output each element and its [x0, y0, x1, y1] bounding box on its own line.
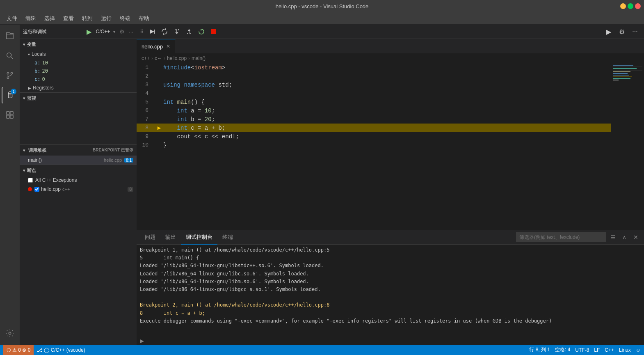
breadcrumb-c-arrow[interactable]: c← — [155, 55, 162, 61]
status-position[interactable]: 行 8, 列 1 — [529, 346, 550, 353]
more-btn-right[interactable]: ··· — [629, 26, 641, 37]
menu-terminal[interactable]: 终端 — [116, 13, 134, 24]
callstack-header[interactable]: ▾ 调用堆栈 breakpoint 已暂停 — [20, 145, 137, 156]
svg-rect-13 — [154, 30, 155, 34]
config-dropdown-icon[interactable]: ▾ — [113, 30, 115, 34]
minimize-button[interactable] — [620, 3, 626, 9]
svg-rect-9 — [10, 112, 13, 115]
panel-tab-output[interactable]: 输出 — [160, 230, 181, 245]
step-out-button[interactable] — [183, 26, 195, 37]
registers-header[interactable]: ▶ Registers — [20, 83, 137, 92]
bp-exceptions-checkbox[interactable] — [28, 178, 33, 183]
run-debug-label: 运行和调试 — [23, 29, 84, 35]
panel-filter-input[interactable] — [516, 232, 606, 242]
continue-button[interactable] — [146, 26, 158, 37]
watch-section-header[interactable]: ▾ 监视 — [20, 93, 137, 103]
debug-config-name: C/C++ — [96, 29, 110, 34]
menu-select[interactable]: 选择 — [41, 13, 58, 24]
status-debug-section[interactable]: ⬡ ⚠ 0 ⊗ 0 — [3, 345, 34, 355]
status-line-ending[interactable]: LF — [594, 347, 600, 353]
panel-list-icon[interactable]: ☰ — [608, 232, 618, 242]
breadcrumb-main[interactable]: main() — [192, 55, 206, 61]
debug-more-icon[interactable]: ··· — [129, 29, 133, 35]
menu-help[interactable]: 帮助 — [135, 13, 153, 24]
activity-extensions[interactable] — [2, 107, 18, 123]
activity-search[interactable] — [2, 48, 18, 64]
stop-button[interactable] — [208, 26, 219, 37]
callstack-frame-main[interactable]: main() hello.cpp 8:1 — [20, 156, 137, 165]
menu-file[interactable]: 文件 — [3, 13, 21, 24]
breadcrumb-cpp[interactable]: c++ — [142, 55, 150, 61]
status-bar: ⬡ ⚠ 0 ⊗ 0 ⎇ ◯ C/C++ (vscode) 行 8, 列 1 空格… — [0, 345, 644, 355]
menu-view[interactable]: 查看 — [60, 13, 77, 24]
code-line-6: 6 int a = 10; — [137, 106, 611, 115]
activity-debug[interactable]: 1 — [2, 87, 18, 103]
variables-panel: ▾ 变量 ▾ Locals a: 10 b: 20 c: 0 ▶ Registe… — [20, 39, 137, 92]
tab-hello-cpp[interactable]: hello.cpp ✕ — [137, 39, 176, 53]
toolbar-right-actions: ▶ ⚙ ··· — [603, 26, 641, 37]
line-ending-label: LF — [594, 347, 600, 353]
watch-label: 监视 — [27, 95, 37, 101]
code-line-7: 7 int b = 20; — [137, 115, 611, 124]
activity-explorer[interactable] — [2, 28, 18, 44]
bp-file-label: hello.cpp — [41, 186, 61, 192]
step-into-button[interactable] — [171, 26, 183, 37]
locals-header[interactable]: ▾ Locals — [20, 50, 137, 59]
breakpoints-section-header[interactable]: ▾ 断点 — [20, 165, 137, 176]
debug-play-icon[interactable]: ▶ — [87, 28, 91, 36]
watch-content — [20, 103, 137, 144]
bottom-panel: 问题 输出 调试控制台 终端 ☰ ∧ ✕ Breakpoint 1, main … — [137, 230, 644, 345]
variables-section-header[interactable]: ▾ 变量 — [20, 39, 137, 50]
editor-content: 1 #include<iostream> 2 3 using namespace… — [137, 63, 644, 230]
breakpoints-panel: ▾ 断点 All C++ Exceptions hello.cpp c++ 8 — [20, 165, 137, 194]
menu-goto[interactable]: 转到 — [79, 13, 96, 24]
tab-close-button[interactable]: ✕ — [166, 44, 170, 49]
console-input[interactable] — [146, 338, 641, 344]
panel-up-icon[interactable]: ∧ — [619, 232, 629, 242]
status-branch[interactable]: ⎇ ◯ C/C++ (vscode) — [37, 347, 85, 353]
settings-btn-right[interactable]: ⚙ — [616, 26, 628, 37]
var-b: b: 20 — [20, 67, 137, 75]
run-btn-right[interactable]: ▶ — [603, 26, 614, 37]
console-line-6: Loaded '/lib/x86_64-linux-gnu/libgcc_s.s… — [140, 286, 641, 293]
spaces-label: 空格: 4 — [555, 346, 570, 353]
svg-rect-8 — [7, 112, 9, 115]
debug-gear-icon[interactable]: ⚙ — [119, 28, 125, 35]
var-a: a: 10 — [20, 59, 137, 67]
menu-edit[interactable]: 编辑 — [22, 13, 39, 24]
code-line-5: 5 int main() { — [137, 98, 611, 106]
panel-close-icon[interactable]: ✕ — [631, 232, 641, 242]
status-left: ⬡ ⚠ 0 ⊗ 0 ⎇ ◯ C/C++ (vscode) — [3, 345, 85, 355]
registers-label: Registers — [33, 85, 54, 91]
tab-filename: hello.cpp — [142, 44, 163, 50]
console-output[interactable]: Breakpoint 1, main () at /home/whale/cod… — [137, 245, 644, 337]
main-container: 1 运行和调试 ▶ C/C++ ▾ ⚙ ··· ▾ 变量 ▾ — [0, 25, 644, 345]
status-encoding[interactable]: UTF-8 — [575, 347, 589, 353]
status-feedback[interactable]: ☺ — [636, 347, 641, 353]
menu-run[interactable]: 运行 — [98, 13, 115, 24]
toolbar-grip[interactable]: ⠿ — [140, 29, 144, 35]
branch-icon: ⎇ — [37, 347, 43, 353]
activity-settings[interactable] — [2, 325, 18, 341]
step-over-button[interactable] — [159, 26, 170, 37]
var-c: c: 0 — [20, 75, 137, 83]
minimap — [611, 63, 644, 230]
restart-button[interactable] — [196, 26, 207, 37]
code-editor[interactable]: 1 #include<iostream> 2 3 using namespace… — [137, 63, 611, 230]
bp-hello-checkbox[interactable] — [34, 187, 39, 192]
callstack-file: hello.cpp — [104, 158, 122, 163]
language-label: C++ — [605, 347, 614, 353]
breadcrumb-file[interactable]: hello.cpp — [167, 55, 187, 61]
console-line-3: Loaded '/lib/x86_64-linux-gnu/libstdc++.… — [140, 262, 641, 270]
maximize-button[interactable] — [628, 3, 633, 9]
close-button[interactable] — [635, 3, 641, 9]
panel-tab-problems[interactable]: 问题 — [140, 230, 160, 245]
status-spaces[interactable]: 空格: 4 — [555, 346, 570, 353]
activity-source-control[interactable] — [2, 67, 18, 84]
tab-bar: hello.cpp ✕ — [137, 39, 644, 53]
debug-badge: 1 — [11, 89, 16, 94]
panel-tab-terminal[interactable]: 终端 — [217, 230, 238, 245]
panel-tab-debug-console[interactable]: 调试控制台 — [181, 230, 217, 245]
status-os[interactable]: Linux — [619, 347, 631, 353]
status-language[interactable]: C++ — [605, 347, 614, 353]
